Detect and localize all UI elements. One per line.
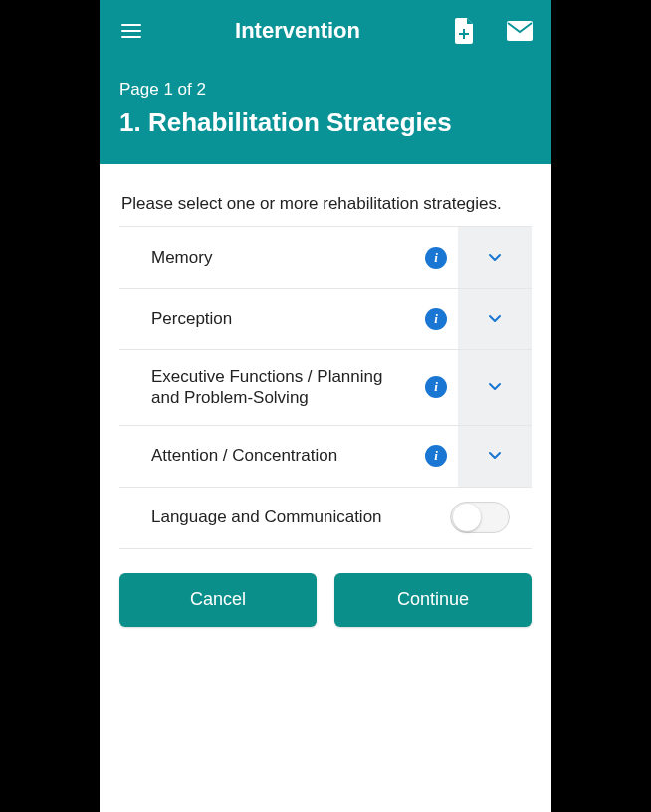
row-perception: Perception i (119, 289, 532, 350)
info-icon[interactable]: i (425, 247, 447, 269)
row-perception-expand[interactable] (458, 289, 532, 349)
info-icon[interactable]: i (425, 445, 447, 467)
mail-button[interactable] (506, 17, 534, 45)
row-memory-expand[interactable] (458, 227, 532, 288)
mail-icon (507, 21, 533, 41)
language-toggle[interactable] (450, 502, 510, 533)
content-area: Please select one or more rehabilitation… (100, 164, 551, 812)
page-indicator: Page 1 of 2 (119, 80, 532, 100)
row-executive-info-col: i (414, 350, 458, 425)
row-perception-info-col: i (414, 289, 458, 349)
chevron-down-icon (488, 312, 502, 326)
row-perception-label: Perception (119, 293, 414, 345)
info-icon[interactable]: i (425, 308, 447, 330)
add-file-button[interactable] (450, 17, 478, 45)
row-executive-label: Executive Functions / Planning and Probl… (119, 350, 414, 425)
page-subheader: Page 1 of 2 1. Rehabilitation Strategies (100, 62, 551, 164)
prompt-text: Please select one or more rehabilitation… (119, 194, 532, 214)
add-file-icon (453, 18, 475, 44)
page-title: 1. Rehabilitation Strategies (119, 107, 532, 138)
row-language: Language and Communication (119, 488, 532, 549)
top-bar: Intervention (100, 0, 551, 62)
svg-rect-1 (459, 33, 469, 35)
row-attention: Attention / Concentration i (119, 426, 532, 488)
row-attention-label: Attention / Concentration (119, 429, 414, 482)
cancel-button[interactable]: Cancel (119, 573, 317, 627)
row-attention-info-col: i (414, 426, 458, 487)
row-executive-expand[interactable] (458, 350, 532, 425)
row-memory-label: Memory (119, 231, 414, 284)
chevron-down-icon (488, 380, 502, 394)
continue-button[interactable]: Continue (334, 573, 532, 627)
info-icon[interactable]: i (425, 376, 447, 398)
row-language-toggle-col (450, 488, 532, 548)
app-frame: Intervention Page 1 of 2 1. Rehabilitati… (100, 0, 551, 812)
row-memory: Memory i (119, 227, 532, 289)
menu-button[interactable] (117, 17, 145, 45)
hamburger-icon (119, 19, 143, 43)
strategy-list: Memory i Perception i (119, 226, 532, 549)
row-attention-expand[interactable] (458, 426, 532, 487)
chevron-down-icon (488, 449, 502, 463)
row-executive: Executive Functions / Planning and Probl… (119, 350, 532, 426)
top-bar-actions (450, 17, 534, 45)
top-bar-title: Intervention (145, 18, 450, 44)
row-language-label: Language and Communication (119, 491, 450, 543)
button-row: Cancel Continue (119, 573, 532, 627)
toggle-knob (453, 504, 481, 531)
chevron-down-icon (488, 251, 502, 265)
row-memory-info-col: i (414, 227, 458, 288)
